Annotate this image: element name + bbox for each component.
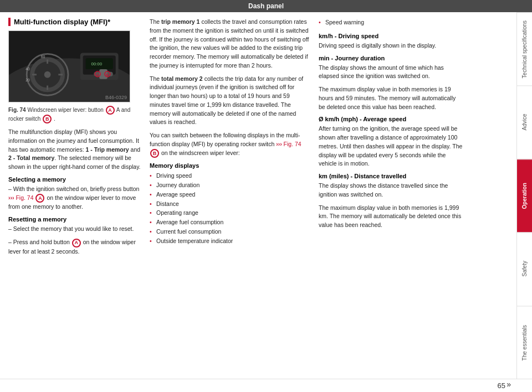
- svg-text:20: 20: [25, 78, 30, 82]
- circle-a-reset: A: [72, 239, 81, 247]
- km-text2: The maximum display value in both memori…: [319, 204, 463, 230]
- sidebar-tab-essentials[interactable]: The essentials: [517, 306, 532, 379]
- fig-number: Fig. 74: [8, 107, 26, 113]
- arrows-right: »: [507, 380, 511, 389]
- content-area: Multi-function display (MFI)*: [0, 12, 516, 379]
- list-item: Operating range: [150, 208, 310, 218]
- main-content: Multi-function display (MFI)*: [0, 12, 532, 379]
- list-item: Driving speed: [150, 171, 310, 180]
- speed-warning-list: Speed warning: [319, 18, 463, 27]
- page-wrapper: Dash panel Multi-function display (MFI)*: [0, 0, 532, 392]
- list-item: Distance: [150, 199, 310, 209]
- svg-text:B: B: [106, 73, 108, 76]
- kmh-heading: km/h - Driving speed: [319, 33, 463, 39]
- switch-text: You can switch between the following dis…: [150, 131, 310, 158]
- circle-b-switch: B: [150, 149, 159, 158]
- km-text: The display shows the distance travelled…: [319, 182, 463, 199]
- selecting-text: – With the ignition switched on, briefly…: [8, 185, 141, 212]
- right-sidebar: Technical specifications Advice Operatio…: [516, 12, 532, 379]
- svg-point-4: [44, 71, 51, 78]
- svg-text:60: 60: [41, 55, 45, 59]
- middle-column: The trip memory 1 collects the travel an…: [150, 18, 310, 373]
- selecting-heading: Selecting a memory: [8, 176, 141, 183]
- car-image: 60 40 20 00:00 A: [8, 30, 130, 102]
- fig-caption-dot: .: [54, 116, 55, 122]
- top-bar: Dash panel: [0, 0, 532, 12]
- list-item: Outside temperature indicator: [150, 236, 310, 246]
- circle-a-select: A: [35, 194, 44, 203]
- memory-displays-list: Driving speed Journey duration Average s…: [150, 171, 310, 245]
- sidebar-tab-technical[interactable]: Technical specifications: [517, 12, 532, 85]
- fig-caption-text: Windscreen wiper lever: button: [27, 107, 103, 113]
- memory-displays-heading: Memory displays: [150, 162, 310, 169]
- right-column: Speed warning km/h - Driving speed Drivi…: [319, 18, 463, 373]
- left-column: Multi-function display (MFI)*: [8, 18, 141, 373]
- section-title: Multi-function display (MFI)*: [8, 18, 141, 26]
- list-item: Average fuel consumption: [150, 218, 310, 227]
- sidebar-tab-advice[interactable]: Advice: [517, 85, 532, 158]
- sidebar-tab-safety[interactable]: Safety: [517, 232, 532, 305]
- min-text: The display shows the amount of time whi…: [319, 64, 463, 81]
- fig-caption: Fig. 74 Windscreen wiper lever: button A…: [8, 106, 141, 123]
- image-ref: B46-0329: [105, 95, 127, 100]
- total-memory-para: The total memory 2 collects the trip dat…: [150, 75, 310, 127]
- svg-text:40: 40: [25, 67, 30, 71]
- circle-b-fig: B: [43, 115, 52, 123]
- list-item: Current fuel consumption: [150, 227, 310, 236]
- reset-step2: – Press and hold button A on the window …: [8, 238, 141, 256]
- circle-a-fig: A: [106, 106, 115, 115]
- resetting-heading: Resetting a memory: [8, 216, 141, 223]
- svg-text:00:00: 00:00: [91, 61, 102, 66]
- page-footer: » 65: [0, 379, 532, 392]
- kmh-text: Driving speed is digitally shown in the …: [319, 42, 463, 50]
- list-item: Journey duration: [150, 180, 310, 190]
- speed-warning-item: Speed warning: [319, 18, 463, 27]
- sidebar-tab-operation[interactable]: Operation: [517, 159, 532, 232]
- avg-text: After turning on the ignition, the avera…: [319, 125, 463, 168]
- list-item: Average speed: [150, 190, 310, 199]
- reset-step1: – Select the memory that you would like …: [8, 225, 141, 234]
- trip-memory-para: The trip memory 1 collects the travel an…: [150, 18, 310, 70]
- svg-text:A: A: [96, 73, 99, 76]
- avg-heading: Ø km/h (mph) - Average speed: [319, 116, 463, 122]
- top-bar-title: Dash panel: [248, 2, 284, 10]
- selecting-fig: Fig. 74: [16, 194, 33, 201]
- km-heading: km (miles) - Distance travelled: [319, 173, 463, 179]
- selecting-arrow: ›››: [8, 194, 14, 201]
- min-text2: The maximum display value in both memori…: [319, 85, 463, 111]
- page-number: 65: [498, 381, 505, 390]
- min-heading: min - Journey duration: [319, 55, 463, 61]
- body-intro: The multifunction display (MFI) shows yo…: [8, 128, 141, 172]
